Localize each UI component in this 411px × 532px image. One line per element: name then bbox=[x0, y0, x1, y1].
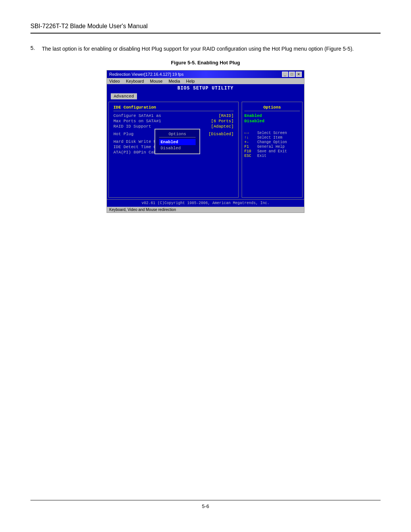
key-save: F10 Save and Exit bbox=[244, 149, 300, 153]
tab-advanced[interactable]: Advanced bbox=[111, 93, 137, 99]
popup-title: Options bbox=[159, 132, 196, 137]
key-help: F1 General Help bbox=[244, 145, 300, 149]
menu-media[interactable]: Media bbox=[169, 79, 180, 83]
menu-help[interactable]: Help bbox=[186, 79, 195, 83]
menu-keyboard[interactable]: Keyboard bbox=[126, 79, 144, 83]
ide-section-title: IDE Configuration bbox=[113, 105, 234, 111]
bios-content: IDE Configuration Configure SATA#1 as [R… bbox=[107, 100, 304, 199]
key-screen: ←→ Select Screen bbox=[244, 131, 300, 135]
paragraph-number: 5. bbox=[30, 45, 38, 53]
minimize-button[interactable]: _ bbox=[282, 72, 288, 77]
key-exit: ESC Exit bbox=[244, 154, 300, 158]
bios-row-configure: Configure SATA#1 as [RAID] bbox=[113, 113, 234, 118]
page-footer: 5-6 bbox=[30, 500, 381, 509]
page-title: SBI-7226T-T2 Blade Module User's Manual bbox=[30, 23, 148, 29]
page-header: SBI-7226T-T2 Blade Module User's Manual bbox=[30, 23, 381, 34]
popup-item-enabled[interactable]: Enabled bbox=[159, 139, 196, 145]
title-bar-text: Redirection Viewer[172.16.4.127] 19 fps bbox=[109, 72, 183, 77]
key-item: ↑↓ Select Item bbox=[244, 136, 300, 140]
menu-video[interactable]: Video bbox=[109, 79, 120, 83]
options-enabled: Enabled bbox=[244, 113, 300, 118]
key-change: +- Change Option bbox=[244, 140, 300, 144]
page-number: 5-6 bbox=[202, 503, 209, 509]
maximize-button[interactable]: □ bbox=[289, 72, 295, 77]
figure-caption: Figure 5-5. Enabling Hot Plug bbox=[30, 60, 381, 66]
page-wrapper: SBI-7226T-T2 Blade Module User's Manual … bbox=[0, 0, 411, 532]
keybindings: ←→ Select Screen ↑↓ Select Item +- Chang… bbox=[244, 131, 300, 158]
body-paragraph: 5. The last option is for enabling or di… bbox=[30, 45, 381, 53]
close-button[interactable]: ✕ bbox=[296, 72, 302, 77]
bios-header: BIOS SETUP UTILITY bbox=[107, 84, 304, 93]
bios-right-panel: Options Enabled Disabled ←→ Select Scree… bbox=[242, 102, 303, 198]
paragraph-text: The last option is for enabling or disab… bbox=[42, 45, 354, 53]
bios-footer: v02.61 (C)Copyright 1985-2006, American … bbox=[107, 199, 304, 207]
popup-box: Options Enabled Disabled bbox=[155, 129, 200, 154]
options-disabled: Disabled bbox=[244, 119, 300, 123]
popup-overlay: Options Enabled Disabled bbox=[155, 129, 200, 154]
options-title: Options bbox=[244, 105, 300, 111]
bios-area: BIOS SETUP UTILITY Advanced IDE Configur… bbox=[107, 84, 304, 207]
menu-bar: Video Keyboard Mouse Media Help bbox=[107, 78, 304, 84]
status-bar: Keyboard, Video and Mouse redirection bbox=[107, 207, 304, 212]
bios-screenshot: Redirection Viewer[172.16.4.127] 19 fps … bbox=[107, 70, 304, 213]
bios-row-maxports: Max Ports on SATA#1 [6 Ports] bbox=[113, 119, 234, 123]
title-bar: Redirection Viewer[172.16.4.127] 19 fps … bbox=[107, 70, 304, 78]
title-bar-buttons: _ □ ✕ bbox=[282, 72, 302, 77]
bios-row-raidid: RAID ID Support [Adaptec] bbox=[113, 124, 234, 129]
menu-mouse[interactable]: Mouse bbox=[150, 79, 162, 83]
bios-left-panel: IDE Configuration Configure SATA#1 as [R… bbox=[108, 102, 239, 198]
popup-item-disabled[interactable]: Disabled bbox=[159, 145, 196, 151]
bios-tab-bar: Advanced bbox=[107, 93, 304, 100]
